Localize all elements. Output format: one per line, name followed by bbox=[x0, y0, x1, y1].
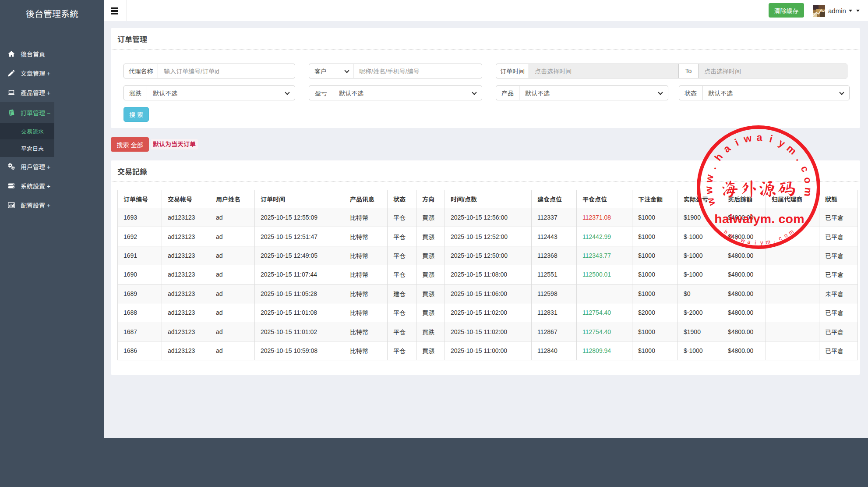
svg-text:i: i bbox=[733, 136, 740, 148]
svg-text:y: y bbox=[777, 137, 787, 149]
svg-text:w: w bbox=[703, 174, 716, 184]
svg-text:i: i bbox=[755, 239, 756, 246]
svg-text:.: . bbox=[773, 237, 776, 244]
svg-text:haiwaiym. com: haiwaiym. com bbox=[714, 212, 804, 226]
svg-text:m: m bbox=[802, 187, 815, 197]
svg-text:c: c bbox=[799, 164, 812, 174]
svg-text:y: y bbox=[760, 239, 764, 246]
svg-text:w: w bbox=[740, 237, 746, 244]
svg-text:.: . bbox=[794, 154, 805, 163]
svg-text:m: m bbox=[765, 238, 771, 245]
svg-text:w: w bbox=[742, 132, 753, 145]
svg-text:海外源码: 海外源码 bbox=[721, 179, 796, 198]
svg-text:h: h bbox=[712, 151, 725, 163]
svg-text:m: m bbox=[784, 142, 799, 157]
svg-text:o: o bbox=[783, 232, 789, 239]
svg-text:.: . bbox=[707, 164, 718, 171]
svg-text:w: w bbox=[704, 196, 717, 208]
svg-text:i: i bbox=[735, 235, 739, 242]
svg-text:c: c bbox=[777, 235, 783, 242]
svg-text:a: a bbox=[747, 238, 752, 245]
svg-text:w: w bbox=[703, 186, 715, 195]
svg-text:a: a bbox=[756, 132, 762, 143]
svg-text:o: o bbox=[802, 176, 814, 184]
svg-text:i: i bbox=[768, 133, 774, 145]
svg-text:a: a bbox=[721, 142, 733, 155]
